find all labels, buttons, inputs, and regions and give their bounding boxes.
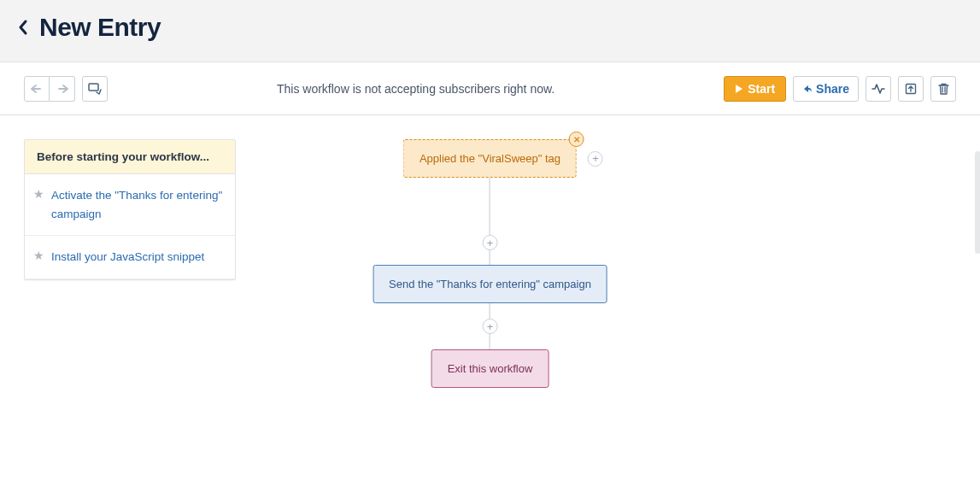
page-header: New Entry bbox=[0, 0, 980, 62]
checklist-item[interactable]: ★ Install your JavaScript snippet bbox=[25, 236, 235, 279]
redo-arrow-icon bbox=[56, 84, 68, 94]
remove-trigger-button[interactable]: ✕ bbox=[569, 132, 584, 147]
trash-icon bbox=[938, 83, 949, 95]
page-title: New Entry bbox=[39, 13, 161, 42]
export-icon bbox=[905, 83, 917, 95]
add-step-button[interactable]: + bbox=[483, 235, 498, 250]
play-icon bbox=[735, 84, 743, 94]
exit-node[interactable]: Exit this workflow bbox=[431, 349, 549, 388]
undo-arrow-icon bbox=[31, 84, 43, 94]
exit-node-label: Exit this workflow bbox=[448, 362, 533, 375]
export-button[interactable] bbox=[898, 76, 924, 102]
share-button-label: Share bbox=[816, 82, 849, 96]
plus-icon: + bbox=[592, 152, 599, 165]
connector-line bbox=[490, 178, 490, 265]
svg-rect-0 bbox=[89, 84, 98, 91]
sidebar-scrollbar[interactable] bbox=[975, 151, 980, 254]
layout-icon bbox=[88, 83, 102, 95]
checklist-item-label: Install your JavaScript snippet bbox=[51, 248, 204, 267]
checklist-item-label: Activate the "Thanks for entering" campa… bbox=[51, 186, 223, 223]
delete-button[interactable] bbox=[930, 76, 956, 102]
star-icon: ★ bbox=[33, 187, 44, 201]
reply-icon bbox=[802, 84, 813, 94]
trigger-node[interactable]: Applied the "ViralSweep" tag ✕ + bbox=[403, 139, 577, 178]
trigger-node-label: Applied the "ViralSweep" tag bbox=[420, 152, 560, 165]
add-step-button[interactable]: + bbox=[483, 319, 498, 334]
plus-icon: + bbox=[487, 237, 494, 249]
toolbar-right-group: Start Share bbox=[724, 76, 956, 102]
start-button-label: Start bbox=[748, 82, 775, 96]
action-node[interactable]: Send the "Thanks for entering" campaign bbox=[373, 265, 607, 303]
back-icon[interactable] bbox=[17, 19, 29, 36]
share-button[interactable]: Share bbox=[793, 76, 859, 102]
toolbar: This workflow is not accepting subscribe… bbox=[0, 62, 980, 115]
star-icon: ★ bbox=[33, 249, 44, 262]
checklist-header: Before starting your workflow... bbox=[25, 140, 235, 174]
checklist-panel: Before starting your workflow... ★ Activ… bbox=[24, 139, 236, 280]
close-icon: ✕ bbox=[573, 135, 580, 144]
checklist-item[interactable]: ★ Activate the "Thanks for entering" cam… bbox=[25, 174, 235, 236]
auto-layout-button[interactable] bbox=[82, 76, 108, 102]
start-button[interactable]: Start bbox=[724, 76, 786, 102]
flow-column: Applied the "ViralSweep" tag ✕ + + Send … bbox=[373, 139, 607, 388]
add-trigger-button[interactable]: + bbox=[588, 151, 603, 167]
plus-icon: + bbox=[487, 320, 494, 333]
workflow-canvas: Before starting your workflow... ★ Activ… bbox=[0, 115, 980, 304]
activity-icon bbox=[871, 83, 885, 95]
toolbar-left-group bbox=[24, 76, 108, 102]
redo-button[interactable] bbox=[50, 76, 75, 102]
status-message: This workflow is not accepting subscribe… bbox=[108, 82, 724, 96]
action-node-label: Send the "Thanks for entering" campaign bbox=[389, 278, 591, 290]
activity-button[interactable] bbox=[866, 76, 891, 102]
undo-button[interactable] bbox=[24, 76, 50, 102]
